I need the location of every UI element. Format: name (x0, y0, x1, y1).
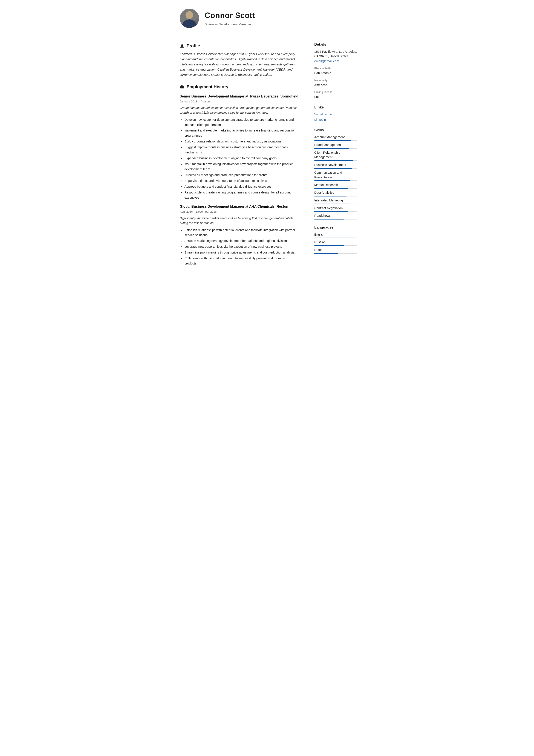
profile-text: Focused Business Development Manager wit… (180, 52, 298, 77)
skill-name: Integrated Marketing (314, 198, 357, 203)
lang-bar-bg (314, 245, 357, 246)
skill-item: Account Management (314, 135, 357, 141)
skill-bar-bg (314, 196, 357, 197)
list-item: Streamline profit margins through price … (185, 250, 298, 255)
skill-bar-fill (314, 148, 349, 149)
skill-bar-bg (314, 188, 357, 189)
skill-name: Brand Management (314, 143, 357, 148)
list-item: Leverage new opportunities via the execu… (185, 244, 298, 249)
skill-item: Roadshows (314, 213, 357, 220)
job-summary-1: Created an automated customer acquisitio… (180, 105, 298, 115)
lang-item: English (314, 232, 357, 238)
link-visualize[interactable]: Visualize.me (314, 112, 357, 117)
list-item: Directed all meetings and produced prese… (185, 173, 298, 178)
job-bullets-1: Develop new customer development strateg… (180, 117, 298, 200)
list-item: Implement and execute marketing activiti… (185, 128, 298, 138)
driving-license-value: Full (314, 95, 357, 99)
list-item: Establish relationships with potential c… (185, 228, 298, 238)
skill-bar-bg (314, 203, 357, 204)
skill-bar-bg (314, 160, 357, 161)
links-section-title: Links (314, 105, 357, 110)
list-item: Instrumental in developing initiatives f… (185, 162, 298, 172)
job-bullets-2: Establish relationships with potential c… (180, 228, 298, 266)
detail-email[interactable]: email@email.com (314, 59, 339, 63)
skill-bar-bg (314, 148, 357, 149)
nationality-value: American (314, 83, 357, 88)
employment-section-heading: Employment History (180, 84, 298, 90)
job-summary-2: Significantly improved market share in A… (180, 216, 298, 226)
skill-bar-fill (314, 168, 352, 169)
profile-icon (180, 43, 185, 48)
skill-bar-bg (314, 219, 357, 220)
skill-bar-fill (314, 203, 349, 204)
details-section-title: Details (314, 42, 357, 47)
list-item: Develop new customer development strateg… (185, 117, 298, 128)
candidate-title: Business Development Manager (205, 22, 255, 27)
place-of-birth-value: San Antonio (314, 71, 357, 75)
skill-bar-fill (314, 180, 350, 181)
svg-rect-2 (182, 87, 183, 87)
skill-bar-fill (314, 196, 346, 197)
skill-name: Roadshows (314, 213, 357, 218)
svg-point-0 (181, 44, 183, 46)
skill-item: Contract Negotiation (314, 206, 357, 212)
lang-item: Russian (314, 240, 357, 246)
job-title-1: Senior Business Development Manager at T… (180, 94, 298, 99)
skill-name: Market Research (314, 183, 357, 187)
skill-name: Account Management (314, 135, 357, 140)
right-column: Details 1515 Pacific Ave, Los Angeles, C… (308, 35, 364, 273)
main-layout: Profile Focused Business Development Man… (170, 35, 364, 273)
skill-item: Client Relationship Management (314, 150, 357, 161)
skill-bar-fill (314, 188, 348, 189)
skill-item: Data Analytics (314, 190, 357, 197)
lang-name: Russian (314, 240, 357, 245)
profile-section-heading: Profile (180, 42, 298, 49)
skill-bar-fill (314, 211, 348, 212)
skill-bar-fill (314, 160, 353, 161)
lang-bar-bg (314, 238, 357, 238)
employment-icon (180, 84, 185, 89)
lang-item: Dutch (314, 248, 357, 254)
skill-bar-bg (314, 140, 357, 141)
header: Connor Scott Business Development Manage… (170, 9, 364, 35)
skill-item: Communication and Presentation (314, 171, 357, 181)
place-of-birth-label: Place of birth (314, 66, 357, 70)
list-item: Collaborate with the marketing team to s… (185, 256, 298, 266)
list-item: Approve budgets and conduct financial du… (185, 184, 298, 189)
job-title-2: Global Business Development Manager at A… (180, 204, 298, 209)
header-info: Connor Scott Business Development Manage… (205, 10, 255, 27)
list-item: Supervise, direct and oversee a team of … (185, 178, 298, 183)
skill-name: Contract Negotiation (314, 206, 357, 211)
skill-name: Client Relationship Management (314, 150, 357, 160)
job-dates-2: April 2016 – December 2018 (180, 210, 298, 214)
skill-name: Business Development (314, 163, 357, 167)
skill-item: Brand Management (314, 143, 357, 149)
job-dates-1: January 2018 – Present (180, 99, 298, 104)
nationality-label: Nationality (314, 78, 357, 82)
skill-bar-bg (314, 211, 357, 212)
candidate-name: Connor Scott (205, 10, 255, 21)
resume-page: Connor Scott Business Development Manage… (170, 0, 364, 282)
lang-bar-fill (314, 245, 344, 246)
employment-label: Employment History (187, 84, 228, 90)
skill-name: Data Analytics (314, 190, 357, 195)
detail-address: 1515 Pacific Ave, Los Angeles, CA 90291,… (314, 49, 357, 59)
link-linkedin[interactable]: Linkedin (314, 118, 357, 122)
list-item: Build corporate relationships with custo… (185, 139, 298, 144)
profile-label: Profile (187, 42, 200, 49)
left-column: Profile Focused Business Development Man… (170, 35, 308, 273)
lang-bar-fill (314, 238, 355, 238)
lang-name: Dutch (314, 248, 357, 253)
lang-bar-fill (314, 253, 338, 254)
skill-item: Business Development (314, 163, 357, 169)
lang-bar-bg (314, 253, 357, 254)
skill-name: Communication and Presentation (314, 171, 357, 180)
skill-bar-fill (314, 140, 351, 141)
list-item: Assist in marketing strategy development… (185, 238, 298, 244)
lang-name: English (314, 232, 357, 237)
languages-section-title: Languages (314, 225, 357, 230)
list-item: Expanded business development aligned to… (185, 156, 298, 161)
list-item: Responsible to create training programme… (185, 190, 298, 200)
skill-item: Market Research (314, 183, 357, 189)
skill-bar-bg (314, 168, 357, 169)
